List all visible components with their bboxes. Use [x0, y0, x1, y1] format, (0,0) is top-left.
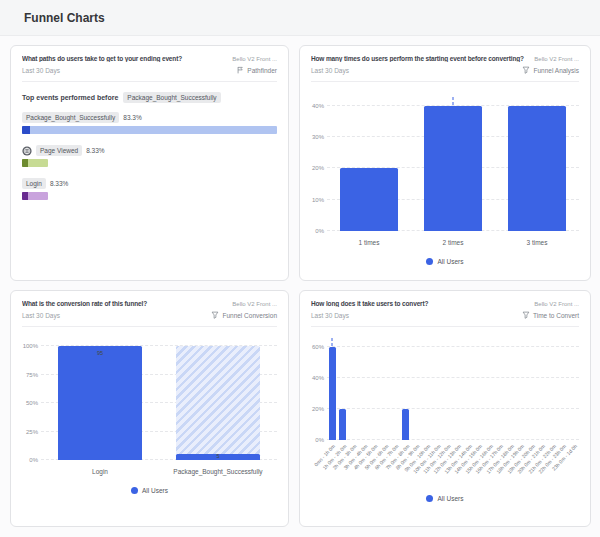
bar-slot [348, 338, 359, 440]
x-axis-tick: Package_Bought_Successfully [159, 460, 277, 478]
pathfinder-row: Login8.33% [22, 178, 277, 200]
card-header: How many times do users perform the star… [311, 55, 579, 82]
bar[interactable] [508, 106, 565, 231]
event-tag[interactable]: Package_Bought_Successfully [22, 112, 119, 123]
bar-slot [569, 338, 580, 440]
bar[interactable] [329, 347, 336, 440]
y-axis-tick: 75% [26, 372, 38, 378]
report-title[interactable]: What is the conversion rate of this funn… [22, 300, 226, 307]
event-tag[interactable]: Login [22, 178, 46, 189]
y-axis-tick: 100% [23, 343, 38, 349]
ending-event-tag[interactable]: Package_Bought_Successfully [123, 92, 220, 103]
report-card-pathfinder: What paths do users take to get to your … [10, 45, 289, 281]
funnel-analysis-chart: 0%10%20%30%40% 1 times2 times3 times All… [311, 93, 579, 272]
report-type-label: Funnel Analysis [533, 67, 579, 74]
bar-slot [411, 338, 422, 440]
pathfinder-icon [236, 66, 244, 74]
pathfinder-heading: Top events performed before [22, 94, 118, 101]
report-source-link[interactable]: Bello V2 Front ... [232, 56, 277, 62]
plot-area [327, 93, 579, 231]
time-to-convert-chart: 0%20%40%60% 0ms - 1h 0m1h 0m - 2h 0m2h 0… [311, 338, 579, 518]
y-axis: 0%20%40%60% [311, 338, 327, 440]
y-axis-tick: 40% [312, 375, 324, 381]
bar-slot [453, 338, 464, 440]
bar-slot [327, 338, 338, 440]
report-title[interactable]: What paths do users take to get to your … [22, 55, 226, 62]
bar-slot [338, 338, 349, 440]
bar-slot [390, 338, 401, 440]
pathfinder-row: Package_Bought_Successfully83.3% [22, 112, 277, 134]
x-axis-labels: 0ms - 1h 0m1h 0m - 2h 0m2h 0m - 3h 0m3h … [327, 440, 579, 486]
report-card-funnel-analysis: How many times do users perform the star… [299, 45, 591, 281]
pathfinder-row-head: Login8.33% [22, 178, 277, 189]
bar-slot [422, 338, 433, 440]
date-range-label: Last 30 Days [311, 67, 349, 74]
pathfinder-rows: Package_Bought_Successfully83.3%Page Vie… [22, 112, 277, 200]
bar-slot [558, 338, 569, 440]
report-title[interactable]: How many times do users perform the star… [311, 55, 528, 62]
bar-slot [411, 93, 495, 231]
pathfinder-row-head: Page Viewed8.33% [22, 145, 277, 156]
legend-item-all-users[interactable]: All Users [22, 487, 277, 494]
pathfinder-bar-leading-segment [22, 159, 28, 167]
report-card-time-to-convert: How long does it take users to convert? … [299, 290, 591, 527]
bar-slot: 5 [159, 338, 277, 460]
x-axis-label: Package_Bought_Successfully [173, 468, 262, 475]
legend-label: All Users [437, 495, 463, 502]
x-axis-label: 2 times [443, 239, 464, 246]
bar-slot [464, 338, 475, 440]
legend-item-all-users[interactable]: All Users [311, 495, 579, 502]
legend-item-all-users[interactable]: All Users [311, 258, 579, 265]
report-type-badge: Time to Convert [522, 311, 579, 319]
bar-slot [380, 338, 391, 440]
x-axis-label: 1 times [359, 239, 380, 246]
page-header: Funnel Charts [0, 0, 600, 36]
legend-dot-icon [426, 495, 433, 502]
bar-slots [327, 338, 579, 440]
event-tag[interactable]: Page Viewed [36, 145, 82, 156]
bar-slot [506, 338, 517, 440]
card-header: What is the conversion rate of this funn… [22, 300, 277, 327]
pathfinder-bar-leading-segment [22, 126, 30, 134]
pathfinder-bar[interactable] [22, 159, 48, 167]
cards-grid: What paths do users take to get to your … [0, 36, 600, 537]
bar-value-label: 5 [216, 453, 219, 459]
x-axis-tick: 1 times [327, 231, 411, 249]
bar[interactable] [402, 409, 409, 440]
bar-slot [516, 338, 527, 440]
x-axis-label: Login [92, 468, 108, 475]
x-axis-tick: 23h 0m - 1d 0h [569, 440, 580, 486]
bar[interactable] [340, 168, 397, 231]
pathfinder-bar[interactable] [22, 192, 48, 200]
pathfinder-bar[interactable] [22, 126, 277, 134]
y-axis-tick: 40% [312, 103, 324, 109]
report-type-label: Pathfinder [247, 67, 277, 74]
y-axis-tick: 20% [312, 406, 324, 412]
plot-area [327, 338, 579, 440]
pathfinder-row-head: Package_Bought_Successfully83.3% [22, 112, 277, 123]
y-axis-tick: 50% [26, 400, 38, 406]
report-type-label: Funnel Conversion [222, 312, 277, 319]
bar-slot [474, 338, 485, 440]
legend-label: All Users [142, 487, 168, 494]
y-axis: 0%10%20%30%40% [311, 93, 327, 231]
report-source-link[interactable]: Bello V2 Front ... [232, 301, 277, 307]
hatched-bar[interactable] [176, 346, 261, 460]
report-source-link[interactable]: Bello V2 Front ... [534, 56, 579, 62]
plot-area: 955 [41, 338, 277, 460]
report-source-link[interactable]: Bello V2 Front ... [534, 301, 579, 307]
pathfinder-row: Page Viewed8.33% [22, 145, 277, 167]
funnel-conversion-chart: 0%25%50%75%100% 955 LoginPackage_Bought_… [22, 338, 277, 518]
bar[interactable] [58, 346, 143, 460]
bar-slot [485, 338, 496, 440]
bar-annotation-marker [332, 338, 333, 346]
report-title[interactable]: How long does it take users to convert? [311, 300, 528, 307]
legend-dot-icon [426, 258, 433, 265]
funnel-icon [522, 311, 530, 319]
bar-slot [527, 338, 538, 440]
y-axis: 0%25%50%75%100% [22, 338, 41, 460]
bar[interactable] [424, 106, 481, 231]
y-axis-tick: 10% [312, 197, 324, 203]
bar[interactable] [339, 409, 346, 440]
pathfinder-chart: Top events performed before Package_Boug… [22, 89, 277, 211]
